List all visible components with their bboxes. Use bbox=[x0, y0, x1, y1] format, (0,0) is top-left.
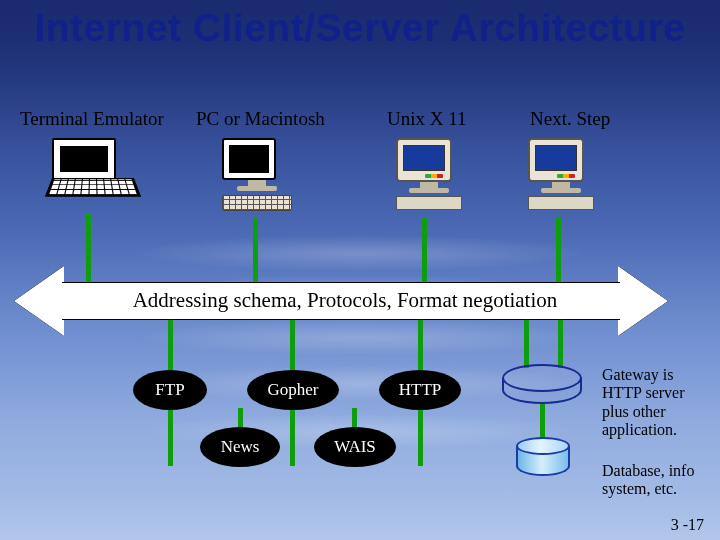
unix-x11-icon bbox=[396, 138, 462, 210]
connector-line bbox=[168, 320, 173, 372]
arrow-head-right-icon bbox=[618, 266, 668, 336]
connector-line bbox=[558, 320, 563, 368]
connector-line bbox=[290, 408, 295, 466]
client-label-nextstep: Next. Step bbox=[530, 108, 610, 130]
slide-number: 3 -17 bbox=[671, 516, 704, 534]
protocol-http: HTTP bbox=[379, 370, 461, 410]
protocol-gopher: Gopher bbox=[247, 370, 339, 410]
connector-line bbox=[540, 404, 545, 440]
arrow-head-left-icon bbox=[14, 266, 64, 336]
client-label-unix: Unix X 11 bbox=[387, 108, 467, 130]
connector-line bbox=[86, 214, 91, 282]
connector-line bbox=[168, 408, 173, 466]
connector-line bbox=[253, 218, 258, 282]
gateway-icon bbox=[502, 364, 582, 392]
protocol-ftp: FTP bbox=[133, 370, 207, 410]
client-label-pc: PC or Macintosh bbox=[196, 108, 325, 130]
connector-line bbox=[422, 218, 427, 282]
connector-line bbox=[290, 320, 295, 372]
protocol-news: News bbox=[200, 427, 280, 467]
nextstep-icon bbox=[528, 138, 594, 210]
slide-title: Internet Client/Server Architecture bbox=[0, 6, 720, 50]
client-row: Terminal Emulator PC or Macintosh Unix X… bbox=[0, 108, 720, 228]
connector-line bbox=[418, 320, 423, 372]
pc-macintosh-icon bbox=[222, 138, 292, 211]
client-label-terminal: Terminal Emulator bbox=[20, 108, 164, 130]
connector-line bbox=[524, 320, 529, 368]
database-note: Database, info system, etc. bbox=[602, 462, 714, 499]
middle-layer-label: Addressing schema, Protocols, Format neg… bbox=[80, 288, 610, 313]
database-icon bbox=[516, 437, 570, 455]
connector-line bbox=[418, 408, 423, 466]
connector-line bbox=[556, 218, 561, 282]
protocol-wais: WAIS bbox=[314, 427, 396, 467]
terminal-emulator-icon bbox=[52, 138, 134, 202]
gateway-note: Gateway is HTTP server plus other applic… bbox=[602, 366, 714, 440]
